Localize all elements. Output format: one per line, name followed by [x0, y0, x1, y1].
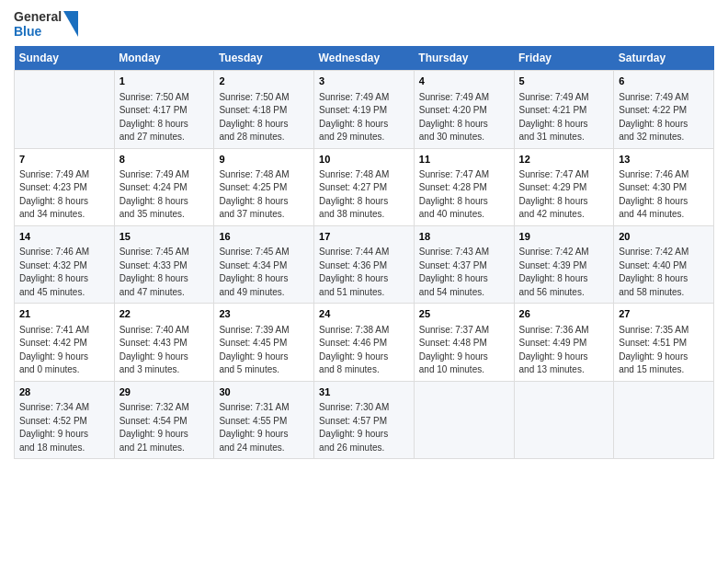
day-info: Sunrise: 7:36 AM Sunset: 4:49 PM Dayligh… — [519, 324, 609, 377]
day-cell: 29Sunrise: 7:32 AM Sunset: 4:54 PM Dayli… — [114, 381, 214, 458]
day-cell: 28Sunrise: 7:34 AM Sunset: 4:52 PM Dayli… — [15, 381, 115, 458]
logo-chevron-icon — [63, 11, 78, 37]
day-info: Sunrise: 7:44 AM Sunset: 4:36 PM Dayligh… — [319, 246, 409, 299]
calendar-container: General Blue SundayMondayTuesdayWednesda… — [0, 0, 728, 468]
day-cell: 4Sunrise: 7:49 AM Sunset: 4:20 PM Daylig… — [414, 71, 514, 148]
day-number: 24 — [319, 307, 409, 321]
day-number: 31 — [319, 385, 409, 399]
day-number: 26 — [519, 307, 609, 321]
day-info: Sunrise: 7:31 AM Sunset: 4:55 PM Dayligh… — [219, 401, 309, 454]
day-number: 1 — [119, 75, 210, 88]
day-cell: 26Sunrise: 7:36 AM Sunset: 4:49 PM Dayli… — [514, 304, 614, 381]
day-cell: 23Sunrise: 7:39 AM Sunset: 4:45 PM Dayli… — [214, 304, 314, 381]
svg-marker-0 — [63, 11, 78, 37]
day-cell: 27Sunrise: 7:35 AM Sunset: 4:51 PM Dayli… — [614, 304, 714, 381]
week-row-4: 21Sunrise: 7:41 AM Sunset: 4:42 PM Dayli… — [15, 304, 714, 381]
day-number: 12 — [519, 153, 609, 167]
weekday-header-row: SundayMondayTuesdayWednesdayThursdayFrid… — [15, 46, 714, 71]
day-cell: 19Sunrise: 7:42 AM Sunset: 4:39 PM Dayli… — [514, 225, 614, 303]
weekday-header-sunday: Sunday — [15, 46, 115, 71]
day-cell: 9Sunrise: 7:48 AM Sunset: 4:25 PM Daylig… — [214, 148, 314, 225]
day-cell: 30Sunrise: 7:31 AM Sunset: 4:55 PM Dayli… — [214, 381, 314, 458]
day-info: Sunrise: 7:40 AM Sunset: 4:43 PM Dayligh… — [119, 324, 210, 377]
day-cell: 7Sunrise: 7:49 AM Sunset: 4:23 PM Daylig… — [15, 148, 115, 225]
day-cell: 16Sunrise: 7:45 AM Sunset: 4:34 PM Dayli… — [214, 225, 314, 303]
weekday-header-tuesday: Tuesday — [214, 46, 314, 71]
day-number: 20 — [619, 230, 709, 244]
day-cell: 1Sunrise: 7:50 AM Sunset: 4:17 PM Daylig… — [114, 71, 214, 148]
header: General Blue — [14, 9, 714, 39]
day-number: 15 — [119, 230, 210, 244]
day-number: 9 — [219, 153, 309, 167]
day-info: Sunrise: 7:32 AM Sunset: 4:54 PM Dayligh… — [119, 401, 210, 454]
day-number: 6 — [619, 75, 709, 88]
day-number: 30 — [219, 385, 309, 399]
day-number: 19 — [519, 230, 609, 244]
week-row-5: 28Sunrise: 7:34 AM Sunset: 4:52 PM Dayli… — [15, 381, 714, 458]
day-info: Sunrise: 7:49 AM Sunset: 4:19 PM Dayligh… — [319, 91, 409, 144]
weekday-header-wednesday: Wednesday — [314, 46, 415, 71]
logo-text-block: General Blue — [14, 9, 62, 39]
day-number: 21 — [19, 307, 109, 321]
calendar-table: SundayMondayTuesdayWednesdayThursdayFrid… — [14, 46, 714, 459]
day-cell: 31Sunrise: 7:30 AM Sunset: 4:57 PM Dayli… — [314, 381, 415, 458]
day-cell: 21Sunrise: 7:41 AM Sunset: 4:42 PM Dayli… — [15, 304, 115, 381]
day-info: Sunrise: 7:50 AM Sunset: 4:18 PM Dayligh… — [219, 91, 309, 144]
logo-blue-text: Blue — [14, 24, 62, 39]
day-number: 4 — [419, 75, 509, 88]
day-number: 17 — [319, 230, 409, 244]
weekday-header-thursday: Thursday — [414, 46, 514, 71]
day-cell: 24Sunrise: 7:38 AM Sunset: 4:46 PM Dayli… — [314, 304, 415, 381]
day-cell: 25Sunrise: 7:37 AM Sunset: 4:48 PM Dayli… — [414, 304, 514, 381]
week-row-3: 14Sunrise: 7:46 AM Sunset: 4:32 PM Dayli… — [15, 225, 714, 303]
day-cell: 10Sunrise: 7:48 AM Sunset: 4:27 PM Dayli… — [314, 148, 415, 225]
week-row-1: 1Sunrise: 7:50 AM Sunset: 4:17 PM Daylig… — [15, 71, 714, 148]
day-info: Sunrise: 7:34 AM Sunset: 4:52 PM Dayligh… — [19, 401, 109, 454]
day-info: Sunrise: 7:49 AM Sunset: 4:21 PM Dayligh… — [519, 91, 609, 144]
day-info: Sunrise: 7:42 AM Sunset: 4:39 PM Dayligh… — [519, 246, 609, 299]
day-cell: 3Sunrise: 7:49 AM Sunset: 4:19 PM Daylig… — [314, 71, 415, 148]
day-info: Sunrise: 7:41 AM Sunset: 4:42 PM Dayligh… — [19, 324, 109, 377]
day-info: Sunrise: 7:45 AM Sunset: 4:34 PM Dayligh… — [219, 246, 309, 299]
day-cell — [614, 381, 714, 458]
day-info: Sunrise: 7:49 AM Sunset: 4:20 PM Dayligh… — [419, 91, 509, 144]
day-number: 14 — [19, 230, 109, 244]
day-cell: 12Sunrise: 7:47 AM Sunset: 4:29 PM Dayli… — [514, 148, 614, 225]
day-number: 8 — [119, 153, 210, 167]
day-number: 18 — [419, 230, 509, 244]
logo-wrapper: General Blue — [14, 9, 78, 39]
day-cell: 15Sunrise: 7:45 AM Sunset: 4:33 PM Dayli… — [114, 225, 214, 303]
day-number: 29 — [119, 385, 210, 399]
day-info: Sunrise: 7:37 AM Sunset: 4:48 PM Dayligh… — [419, 324, 509, 377]
day-cell: 18Sunrise: 7:43 AM Sunset: 4:37 PM Dayli… — [414, 225, 514, 303]
day-number: 28 — [19, 385, 109, 399]
day-number: 23 — [219, 307, 309, 321]
day-info: Sunrise: 7:48 AM Sunset: 4:27 PM Dayligh… — [319, 168, 409, 222]
day-number: 16 — [219, 230, 309, 244]
day-cell: 11Sunrise: 7:47 AM Sunset: 4:28 PM Dayli… — [414, 148, 514, 225]
day-info: Sunrise: 7:42 AM Sunset: 4:40 PM Dayligh… — [619, 246, 709, 299]
logo-general-text: General — [14, 9, 62, 24]
day-info: Sunrise: 7:30 AM Sunset: 4:57 PM Dayligh… — [319, 401, 409, 454]
day-cell — [15, 71, 115, 148]
day-cell: 14Sunrise: 7:46 AM Sunset: 4:32 PM Dayli… — [15, 225, 115, 303]
day-cell: 8Sunrise: 7:49 AM Sunset: 4:24 PM Daylig… — [114, 148, 214, 225]
day-cell: 20Sunrise: 7:42 AM Sunset: 4:40 PM Dayli… — [614, 225, 714, 303]
day-cell — [514, 381, 614, 458]
day-info: Sunrise: 7:38 AM Sunset: 4:46 PM Dayligh… — [319, 324, 409, 377]
day-cell: 22Sunrise: 7:40 AM Sunset: 4:43 PM Dayli… — [114, 304, 214, 381]
day-info: Sunrise: 7:47 AM Sunset: 4:29 PM Dayligh… — [519, 168, 609, 222]
day-cell: 13Sunrise: 7:46 AM Sunset: 4:30 PM Dayli… — [614, 148, 714, 225]
day-number: 13 — [619, 153, 709, 167]
day-cell: 2Sunrise: 7:50 AM Sunset: 4:18 PM Daylig… — [214, 71, 314, 148]
day-info: Sunrise: 7:46 AM Sunset: 4:32 PM Dayligh… — [19, 246, 109, 299]
day-info: Sunrise: 7:50 AM Sunset: 4:17 PM Dayligh… — [119, 91, 210, 144]
day-number: 5 — [519, 75, 609, 88]
day-cell — [414, 381, 514, 458]
day-info: Sunrise: 7:45 AM Sunset: 4:33 PM Dayligh… — [119, 246, 210, 299]
weekday-header-saturday: Saturday — [614, 46, 714, 71]
day-number: 2 — [219, 75, 309, 88]
day-info: Sunrise: 7:43 AM Sunset: 4:37 PM Dayligh… — [419, 246, 509, 299]
day-info: Sunrise: 7:39 AM Sunset: 4:45 PM Dayligh… — [219, 324, 309, 377]
day-number: 3 — [319, 75, 409, 88]
